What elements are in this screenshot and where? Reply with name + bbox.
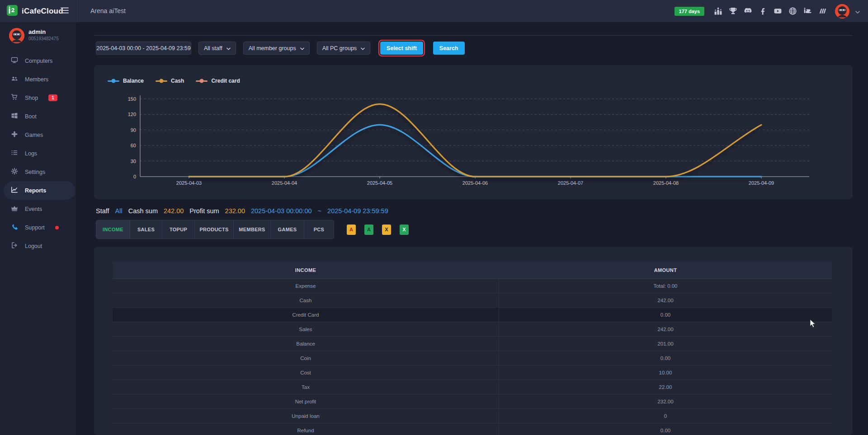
table-row-balance[interactable]: Balance201.00 bbox=[113, 337, 832, 351]
topbar: iCafeCloud Arena aiTest 177 days bbox=[0, 0, 868, 22]
select-shift-button[interactable]: Select shift bbox=[380, 42, 423, 55]
sidebar-item-members[interactable]: Members bbox=[0, 70, 76, 89]
table-row-sales[interactable]: Sales242.00 bbox=[113, 322, 832, 337]
x-tick-label: 2025-04-08 bbox=[653, 180, 679, 186]
export-pdf-yellow-icon[interactable]: A bbox=[347, 225, 356, 235]
sidebar-item-boot[interactable]: Boot bbox=[0, 107, 76, 126]
series-balance[interactable] bbox=[189, 125, 761, 177]
sidebar-item-shop[interactable]: Shop 1 bbox=[0, 89, 76, 107]
sidebar: admin 005193482475 Computers Members Sho… bbox=[0, 22, 76, 435]
table-row-cost[interactable]: Cost10.00 bbox=[113, 365, 832, 380]
chevron-down-icon[interactable] bbox=[855, 7, 860, 15]
table-row-credit-card[interactable]: Credit Card0.00 bbox=[113, 308, 832, 322]
member-groups-select[interactable]: All member groups bbox=[243, 42, 310, 55]
x-tick-label: 2025-04-07 bbox=[558, 180, 583, 186]
sidebar-item-logs[interactable]: Logs bbox=[0, 144, 76, 163]
x-tick-label: 2025-04-06 bbox=[462, 180, 488, 186]
gear-icon bbox=[11, 168, 18, 177]
tab-sales[interactable]: SALES bbox=[130, 220, 162, 239]
table-header-income: INCOME bbox=[113, 262, 499, 278]
period-tilde: ~ bbox=[318, 207, 321, 215]
staff-select[interactable]: All staff bbox=[198, 42, 236, 55]
sidebar-item-logout[interactable]: Logout bbox=[0, 237, 76, 255]
trophy-icon[interactable] bbox=[728, 6, 738, 16]
hamburger-menu-icon[interactable] bbox=[61, 7, 69, 15]
date-range-input[interactable] bbox=[96, 42, 191, 55]
table-row-tax[interactable]: Tax22.00 bbox=[113, 380, 832, 394]
sidebar-avatar-ninja[interactable] bbox=[9, 28, 24, 43]
table-row-coin[interactable]: Coin0.00 bbox=[113, 351, 832, 365]
facebook-icon[interactable] bbox=[758, 6, 768, 16]
y-tick-label: 120 bbox=[128, 112, 136, 117]
sidebar-item-settings[interactable]: Settings bbox=[0, 163, 76, 181]
export-excel-yellow-icon[interactable]: X bbox=[382, 225, 391, 235]
x-tick-label: 2025-04-04 bbox=[272, 180, 297, 186]
table-row-refund[interactable]: Refund0.00 bbox=[113, 423, 832, 435]
legend-item-credit-card[interactable]: Credit card bbox=[196, 78, 240, 84]
x-tick-label: 2025-04-03 bbox=[176, 180, 202, 186]
legend-item-balance[interactable]: Balance bbox=[108, 78, 144, 84]
sidebar-item-games[interactable]: Games bbox=[0, 126, 76, 144]
icafe-mark-icon[interactable] bbox=[802, 6, 812, 16]
period-end: 2025-04-09 23:59:59 bbox=[327, 207, 388, 215]
shop-notification-badge: 1 bbox=[48, 94, 57, 101]
y-tick-label: 150 bbox=[128, 96, 136, 102]
layers-icon[interactable] bbox=[817, 6, 827, 16]
tab-pcs[interactable]: PCS bbox=[304, 220, 334, 239]
cash-sum-label: Cash sum bbox=[128, 207, 158, 215]
income-table-card: INCOME AMOUNT ExpenseTotal: 0.00 Cash242… bbox=[94, 247, 853, 435]
sidebar-item-computers[interactable]: Computers bbox=[0, 51, 76, 70]
license-days-badge[interactable]: 177 days bbox=[675, 7, 704, 16]
sidebar-item-reports[interactable]: Reports bbox=[4, 181, 75, 200]
tab-members[interactable]: MEMBERS bbox=[234, 220, 271, 239]
sidebar-item-events[interactable]: Events bbox=[0, 200, 76, 218]
report-tabs-row: INCOME SALES TOPUP PRODUCTS MEMBERS GAME… bbox=[96, 220, 409, 239]
y-tick-label: 0 bbox=[133, 174, 136, 179]
export-excel-green-icon[interactable]: X bbox=[400, 225, 409, 235]
tab-topup[interactable]: TOPUP bbox=[162, 220, 195, 239]
legend-marker bbox=[108, 80, 119, 82]
icafecloud-app: iCafeCloud Arena aiTest 177 days bbox=[0, 0, 868, 435]
legend-label: Cash bbox=[171, 78, 184, 84]
sidebar-nav: Computers Members Shop 1 Boot Games L bbox=[0, 51, 76, 255]
table-header-row: INCOME AMOUNT bbox=[113, 262, 832, 279]
list-icon bbox=[11, 149, 18, 158]
phone-icon bbox=[11, 223, 18, 232]
topbar-divider bbox=[77, 0, 77, 22]
export-pdf-green-icon[interactable]: A bbox=[364, 225, 373, 235]
logout-icon bbox=[11, 242, 18, 251]
logo-text: iCafeCloud bbox=[22, 7, 63, 16]
globe-icon[interactable] bbox=[788, 6, 797, 16]
pc-groups-select[interactable]: All PC groups bbox=[317, 42, 370, 55]
table-row-expense[interactable]: ExpenseTotal: 0.00 bbox=[113, 279, 832, 293]
icafecloud-logo[interactable]: iCafeCloud bbox=[6, 0, 63, 22]
windows-icon bbox=[11, 112, 18, 121]
income-chart-card: BalanceCashCredit card 03060901201502025… bbox=[94, 65, 853, 199]
tab-income[interactable]: INCOME bbox=[96, 220, 130, 239]
staff-label: Staff bbox=[96, 207, 109, 215]
support-alert-dot bbox=[55, 226, 59, 229]
table-row-cash[interactable]: Cash242.00 bbox=[113, 293, 832, 308]
legend-item-cash[interactable]: Cash bbox=[156, 78, 184, 84]
profit-sum-value: 232.00 bbox=[225, 207, 245, 215]
user-avatar-ninja[interactable] bbox=[835, 4, 849, 19]
topbar-actions: 177 days bbox=[675, 0, 860, 22]
line-chart[interactable]: 03060901201502025-04-032025-04-042025-04… bbox=[94, 65, 853, 199]
ranking-icon[interactable] bbox=[713, 6, 723, 16]
table-row-unpaid-loan[interactable]: Unpaid loan0 bbox=[113, 409, 832, 423]
sidebar-user-name: admin bbox=[28, 28, 46, 35]
staff-value: All bbox=[115, 207, 123, 215]
export-buttons: A A X X bbox=[347, 225, 409, 235]
youtube-icon[interactable] bbox=[773, 6, 783, 16]
report-summary: Staff All Cash sum 242.00 Profit sum 232… bbox=[96, 207, 388, 215]
sidebar-item-support[interactable]: Support bbox=[0, 218, 76, 237]
tab-products[interactable]: PRODUCTS bbox=[195, 220, 234, 239]
report-tabs: INCOME SALES TOPUP PRODUCTS MEMBERS GAME… bbox=[96, 220, 334, 239]
discord-icon[interactable] bbox=[743, 6, 753, 16]
table-row-net-profit[interactable]: Net profit232.00 bbox=[113, 394, 832, 409]
table-header-amount: AMOUNT bbox=[499, 262, 832, 278]
legend-label: Credit card bbox=[211, 78, 240, 84]
tab-games[interactable]: GAMES bbox=[271, 220, 304, 239]
series-cash[interactable] bbox=[189, 104, 761, 177]
search-button[interactable]: Search bbox=[433, 42, 465, 55]
